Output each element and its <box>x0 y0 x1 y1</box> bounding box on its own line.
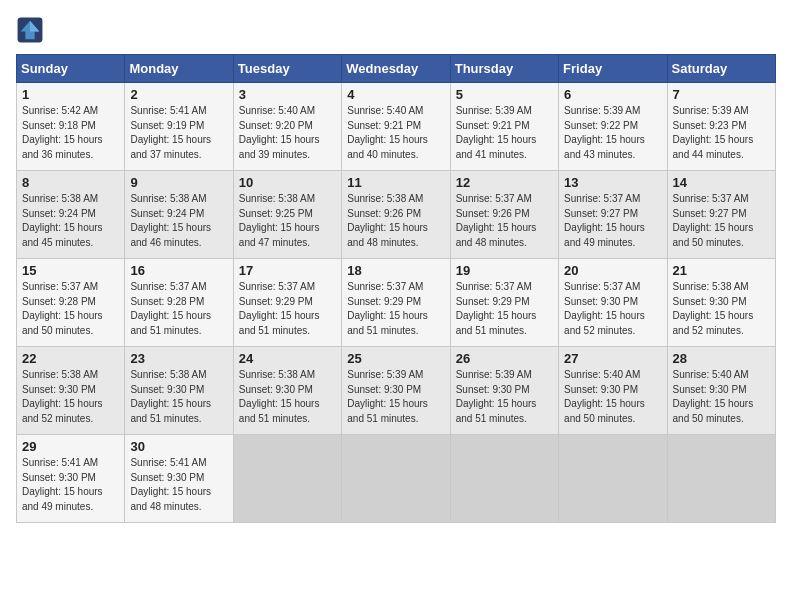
calendar-cell: 25Sunrise: 5:39 AM Sunset: 9:30 PM Dayli… <box>342 347 450 435</box>
header-day-monday: Monday <box>125 55 233 83</box>
calendar-cell: 27Sunrise: 5:40 AM Sunset: 9:30 PM Dayli… <box>559 347 667 435</box>
header-day-wednesday: Wednesday <box>342 55 450 83</box>
calendar-cell: 16Sunrise: 5:37 AM Sunset: 9:28 PM Dayli… <box>125 259 233 347</box>
day-info: Sunrise: 5:42 AM Sunset: 9:18 PM Dayligh… <box>22 104 119 162</box>
calendar-cell: 28Sunrise: 5:40 AM Sunset: 9:30 PM Dayli… <box>667 347 775 435</box>
calendar-cell <box>233 435 341 523</box>
day-number: 20 <box>564 263 661 278</box>
calendar-cell: 8Sunrise: 5:38 AM Sunset: 9:24 PM Daylig… <box>17 171 125 259</box>
calendar-cell: 2Sunrise: 5:41 AM Sunset: 9:19 PM Daylig… <box>125 83 233 171</box>
logo <box>16 16 48 44</box>
day-info: Sunrise: 5:39 AM Sunset: 9:23 PM Dayligh… <box>673 104 770 162</box>
day-info: Sunrise: 5:38 AM Sunset: 9:30 PM Dayligh… <box>239 368 336 426</box>
day-number: 23 <box>130 351 227 366</box>
day-number: 22 <box>22 351 119 366</box>
day-info: Sunrise: 5:37 AM Sunset: 9:27 PM Dayligh… <box>673 192 770 250</box>
day-info: Sunrise: 5:37 AM Sunset: 9:30 PM Dayligh… <box>564 280 661 338</box>
day-info: Sunrise: 5:38 AM Sunset: 9:30 PM Dayligh… <box>130 368 227 426</box>
calendar-cell: 15Sunrise: 5:37 AM Sunset: 9:28 PM Dayli… <box>17 259 125 347</box>
day-info: Sunrise: 5:37 AM Sunset: 9:29 PM Dayligh… <box>347 280 444 338</box>
day-number: 18 <box>347 263 444 278</box>
day-number: 11 <box>347 175 444 190</box>
calendar-cell: 29Sunrise: 5:41 AM Sunset: 9:30 PM Dayli… <box>17 435 125 523</box>
calendar-cell: 12Sunrise: 5:37 AM Sunset: 9:26 PM Dayli… <box>450 171 558 259</box>
calendar-table: SundayMondayTuesdayWednesdayThursdayFrid… <box>16 54 776 523</box>
calendar-cell: 26Sunrise: 5:39 AM Sunset: 9:30 PM Dayli… <box>450 347 558 435</box>
calendar-week-row: 1Sunrise: 5:42 AM Sunset: 9:18 PM Daylig… <box>17 83 776 171</box>
calendar-cell: 5Sunrise: 5:39 AM Sunset: 9:21 PM Daylig… <box>450 83 558 171</box>
day-info: Sunrise: 5:38 AM Sunset: 9:24 PM Dayligh… <box>22 192 119 250</box>
calendar-cell: 22Sunrise: 5:38 AM Sunset: 9:30 PM Dayli… <box>17 347 125 435</box>
header-day-saturday: Saturday <box>667 55 775 83</box>
calendar-cell <box>667 435 775 523</box>
calendar-cell <box>559 435 667 523</box>
day-number: 3 <box>239 87 336 102</box>
calendar-cell: 30Sunrise: 5:41 AM Sunset: 9:30 PM Dayli… <box>125 435 233 523</box>
day-number: 14 <box>673 175 770 190</box>
calendar-header-row: SundayMondayTuesdayWednesdayThursdayFrid… <box>17 55 776 83</box>
calendar-cell: 17Sunrise: 5:37 AM Sunset: 9:29 PM Dayli… <box>233 259 341 347</box>
day-number: 7 <box>673 87 770 102</box>
calendar-cell: 21Sunrise: 5:38 AM Sunset: 9:30 PM Dayli… <box>667 259 775 347</box>
calendar-week-row: 29Sunrise: 5:41 AM Sunset: 9:30 PM Dayli… <box>17 435 776 523</box>
header <box>16 16 776 44</box>
day-info: Sunrise: 5:37 AM Sunset: 9:26 PM Dayligh… <box>456 192 553 250</box>
calendar-cell <box>450 435 558 523</box>
day-number: 24 <box>239 351 336 366</box>
day-number: 8 <box>22 175 119 190</box>
day-number: 28 <box>673 351 770 366</box>
day-number: 9 <box>130 175 227 190</box>
calendar-cell: 13Sunrise: 5:37 AM Sunset: 9:27 PM Dayli… <box>559 171 667 259</box>
day-number: 5 <box>456 87 553 102</box>
day-info: Sunrise: 5:37 AM Sunset: 9:28 PM Dayligh… <box>130 280 227 338</box>
day-number: 26 <box>456 351 553 366</box>
logo-icon <box>16 16 44 44</box>
day-info: Sunrise: 5:38 AM Sunset: 9:30 PM Dayligh… <box>673 280 770 338</box>
header-day-sunday: Sunday <box>17 55 125 83</box>
day-info: Sunrise: 5:40 AM Sunset: 9:30 PM Dayligh… <box>564 368 661 426</box>
calendar-cell <box>342 435 450 523</box>
day-info: Sunrise: 5:41 AM Sunset: 9:30 PM Dayligh… <box>22 456 119 514</box>
day-number: 29 <box>22 439 119 454</box>
day-info: Sunrise: 5:38 AM Sunset: 9:25 PM Dayligh… <box>239 192 336 250</box>
calendar-cell: 14Sunrise: 5:37 AM Sunset: 9:27 PM Dayli… <box>667 171 775 259</box>
calendar-cell: 23Sunrise: 5:38 AM Sunset: 9:30 PM Dayli… <box>125 347 233 435</box>
calendar-cell: 10Sunrise: 5:38 AM Sunset: 9:25 PM Dayli… <box>233 171 341 259</box>
calendar-cell: 19Sunrise: 5:37 AM Sunset: 9:29 PM Dayli… <box>450 259 558 347</box>
calendar-week-row: 8Sunrise: 5:38 AM Sunset: 9:24 PM Daylig… <box>17 171 776 259</box>
day-number: 21 <box>673 263 770 278</box>
day-info: Sunrise: 5:39 AM Sunset: 9:30 PM Dayligh… <box>456 368 553 426</box>
header-day-thursday: Thursday <box>450 55 558 83</box>
day-number: 6 <box>564 87 661 102</box>
day-number: 2 <box>130 87 227 102</box>
day-info: Sunrise: 5:38 AM Sunset: 9:24 PM Dayligh… <box>130 192 227 250</box>
calendar-cell: 1Sunrise: 5:42 AM Sunset: 9:18 PM Daylig… <box>17 83 125 171</box>
day-info: Sunrise: 5:37 AM Sunset: 9:28 PM Dayligh… <box>22 280 119 338</box>
calendar-cell: 3Sunrise: 5:40 AM Sunset: 9:20 PM Daylig… <box>233 83 341 171</box>
day-number: 10 <box>239 175 336 190</box>
day-number: 4 <box>347 87 444 102</box>
day-info: Sunrise: 5:40 AM Sunset: 9:30 PM Dayligh… <box>673 368 770 426</box>
day-info: Sunrise: 5:39 AM Sunset: 9:21 PM Dayligh… <box>456 104 553 162</box>
day-number: 30 <box>130 439 227 454</box>
day-number: 16 <box>130 263 227 278</box>
day-info: Sunrise: 5:40 AM Sunset: 9:20 PM Dayligh… <box>239 104 336 162</box>
day-info: Sunrise: 5:40 AM Sunset: 9:21 PM Dayligh… <box>347 104 444 162</box>
header-day-friday: Friday <box>559 55 667 83</box>
calendar-cell: 6Sunrise: 5:39 AM Sunset: 9:22 PM Daylig… <box>559 83 667 171</box>
day-info: Sunrise: 5:39 AM Sunset: 9:30 PM Dayligh… <box>347 368 444 426</box>
calendar-cell: 24Sunrise: 5:38 AM Sunset: 9:30 PM Dayli… <box>233 347 341 435</box>
day-info: Sunrise: 5:37 AM Sunset: 9:29 PM Dayligh… <box>239 280 336 338</box>
header-day-tuesday: Tuesday <box>233 55 341 83</box>
day-number: 13 <box>564 175 661 190</box>
day-info: Sunrise: 5:37 AM Sunset: 9:27 PM Dayligh… <box>564 192 661 250</box>
calendar-cell: 11Sunrise: 5:38 AM Sunset: 9:26 PM Dayli… <box>342 171 450 259</box>
calendar-cell: 18Sunrise: 5:37 AM Sunset: 9:29 PM Dayli… <box>342 259 450 347</box>
day-number: 27 <box>564 351 661 366</box>
day-info: Sunrise: 5:39 AM Sunset: 9:22 PM Dayligh… <box>564 104 661 162</box>
calendar-cell: 4Sunrise: 5:40 AM Sunset: 9:21 PM Daylig… <box>342 83 450 171</box>
calendar-cell: 9Sunrise: 5:38 AM Sunset: 9:24 PM Daylig… <box>125 171 233 259</box>
calendar-week-row: 22Sunrise: 5:38 AM Sunset: 9:30 PM Dayli… <box>17 347 776 435</box>
calendar-week-row: 15Sunrise: 5:37 AM Sunset: 9:28 PM Dayli… <box>17 259 776 347</box>
day-info: Sunrise: 5:37 AM Sunset: 9:29 PM Dayligh… <box>456 280 553 338</box>
